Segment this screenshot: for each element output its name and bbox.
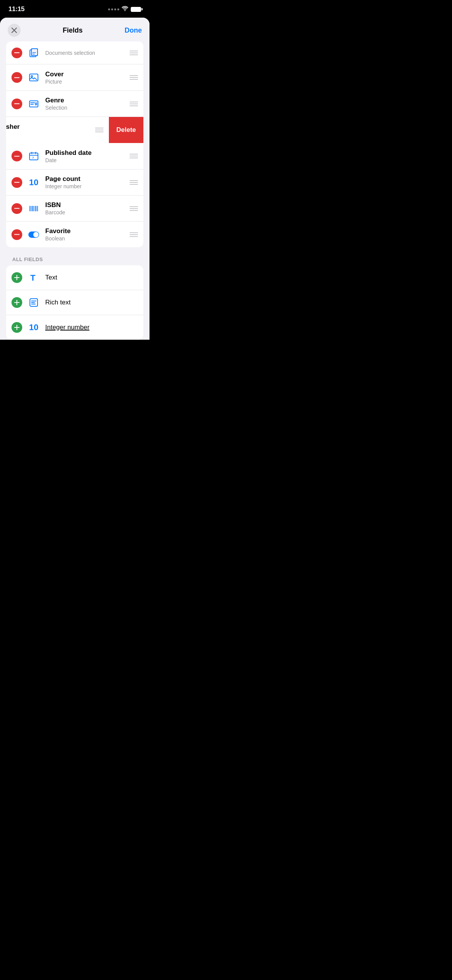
add-field-name-integer-number: Integer number xyxy=(45,324,89,331)
field-text-published-date: Published date Date xyxy=(45,149,126,163)
add-field-name-text: Text xyxy=(45,274,57,281)
field-text-favorite: Favorite Boolean xyxy=(45,227,126,242)
svg-rect-16 xyxy=(31,206,31,211)
drag-handle-genre[interactable] xyxy=(126,102,138,106)
field-text-page-count: Page count Integer number xyxy=(45,175,126,189)
close-button[interactable] xyxy=(8,24,21,37)
svg-rect-23 xyxy=(14,234,20,235)
add-field-row-rich-text[interactable]: Rich text xyxy=(6,290,143,315)
plus-icon xyxy=(14,300,20,305)
drag-handle-publisher[interactable] xyxy=(91,128,104,132)
delete-circle-favorite[interactable] xyxy=(12,229,22,240)
field-name-published-date: Published date xyxy=(45,149,126,157)
sheet-header: Fields Done xyxy=(0,18,150,41)
field-row-publisher[interactable]: Publisher Text xyxy=(6,117,109,143)
drag-handle-cover[interactable] xyxy=(126,75,138,80)
delete-circle-page-count[interactable] xyxy=(12,177,22,188)
svg-rect-22 xyxy=(38,206,38,211)
signal-icon xyxy=(108,8,119,10)
svg-rect-21 xyxy=(37,206,37,211)
svg-rect-0 xyxy=(14,53,20,53)
done-button[interactable]: Done xyxy=(125,26,142,35)
field-type-published-date: Date xyxy=(45,157,126,163)
minus-icon xyxy=(14,234,20,235)
svg-text:T: T xyxy=(30,273,36,283)
add-field-row-integer-number[interactable]: 10 Integer number xyxy=(6,315,143,340)
field-name-publisher: Publisher xyxy=(6,123,91,131)
field-row-documents-selection[interactable]: Documents selection xyxy=(6,41,143,64)
delete-circle-cover[interactable] xyxy=(12,72,22,83)
svg-rect-14 xyxy=(14,208,20,209)
add-circle-rich-text[interactable] xyxy=(12,297,22,308)
svg-rect-15 xyxy=(30,206,30,211)
status-time: 11:15 xyxy=(8,5,25,13)
svg-rect-19 xyxy=(35,206,35,211)
drag-handle-documents[interactable] xyxy=(126,51,138,55)
add-field-row-text[interactable]: T Text xyxy=(6,265,143,290)
field-name-isbn: ISBN xyxy=(45,201,126,209)
close-icon xyxy=(12,28,17,33)
rich-text-icon xyxy=(27,296,41,309)
fields-sheet: Fields Done Documents selection xyxy=(0,18,150,340)
field-type-documents: Documents selection xyxy=(45,50,126,56)
add-circle-text[interactable] xyxy=(12,272,22,283)
svg-rect-20 xyxy=(35,206,36,211)
integer-number-icon: 10 xyxy=(27,321,41,334)
minus-icon xyxy=(14,182,20,183)
drag-handle-favorite[interactable] xyxy=(126,232,138,237)
field-row-isbn[interactable]: ISBN Barcode xyxy=(6,195,143,221)
minus-icon xyxy=(14,103,20,104)
fields-card: Documents selection Cover xyxy=(6,41,143,247)
field-row-genre[interactable]: Genre Selection xyxy=(6,90,143,117)
delete-circle-genre[interactable] xyxy=(12,99,22,109)
field-row-favorite[interactable]: Favorite Boolean xyxy=(6,221,143,247)
field-row-page-count[interactable]: 10 Page count Integer number xyxy=(6,169,143,195)
all-fields-card: T Text Rich text xyxy=(6,265,143,340)
field-text-cover: Cover Picture xyxy=(45,71,126,85)
toggle-icon xyxy=(27,228,41,242)
barcode-icon xyxy=(27,202,41,215)
plus-icon xyxy=(14,275,20,280)
status-icons xyxy=(108,6,141,13)
add-field-name-rich-text: Rich text xyxy=(45,299,71,306)
delete-circle-isbn[interactable] xyxy=(12,203,22,214)
field-text-isbn: ISBN Barcode xyxy=(45,201,126,215)
field-name-cover: Cover xyxy=(45,71,126,78)
field-name-genre: Genre xyxy=(45,97,126,104)
field-name-favorite: Favorite xyxy=(45,227,126,235)
picture-icon xyxy=(27,71,41,84)
svg-point-25 xyxy=(33,232,39,237)
svg-rect-10 xyxy=(14,156,20,156)
field-row-publisher-container: Publisher Text Delete xyxy=(6,117,143,143)
drag-handle-page-count[interactable] xyxy=(126,180,138,185)
delete-circle-published-date[interactable] xyxy=(12,151,22,161)
plus-icon xyxy=(14,325,20,330)
svg-rect-18 xyxy=(33,206,34,211)
field-type-page-count: Integer number xyxy=(45,183,126,189)
svg-rect-13 xyxy=(14,182,20,183)
svg-text:7: 7 xyxy=(32,156,34,159)
drag-handle-isbn[interactable] xyxy=(126,206,138,211)
field-type-cover: Picture xyxy=(45,79,126,85)
field-row-cover[interactable]: Cover Picture xyxy=(6,64,143,90)
add-circle-integer-number[interactable] xyxy=(12,322,22,333)
svg-rect-7 xyxy=(14,104,20,104)
field-type-isbn: Barcode xyxy=(45,209,126,215)
selection-icon xyxy=(27,97,41,111)
delete-button-publisher[interactable]: Delete xyxy=(109,117,143,143)
field-text-genre: Genre Selection xyxy=(45,97,126,111)
field-text-documents: Documents selection xyxy=(45,49,126,56)
calendar-icon: 7 xyxy=(27,149,41,163)
minus-icon xyxy=(14,208,20,209)
minus-icon xyxy=(14,156,20,157)
svg-rect-17 xyxy=(32,206,33,211)
field-name-page-count: Page count xyxy=(45,175,126,183)
minus-icon xyxy=(14,52,20,53)
field-text-publisher: Publisher Text xyxy=(6,123,91,137)
drag-handle-published-date[interactable] xyxy=(126,154,138,158)
field-type-publisher: Text xyxy=(6,131,91,137)
delete-circle-documents[interactable] xyxy=(12,48,22,58)
field-row-published-date[interactable]: 7 Published date Date xyxy=(6,143,143,169)
field-type-favorite: Boolean xyxy=(45,235,126,242)
svg-point-6 xyxy=(31,76,33,77)
